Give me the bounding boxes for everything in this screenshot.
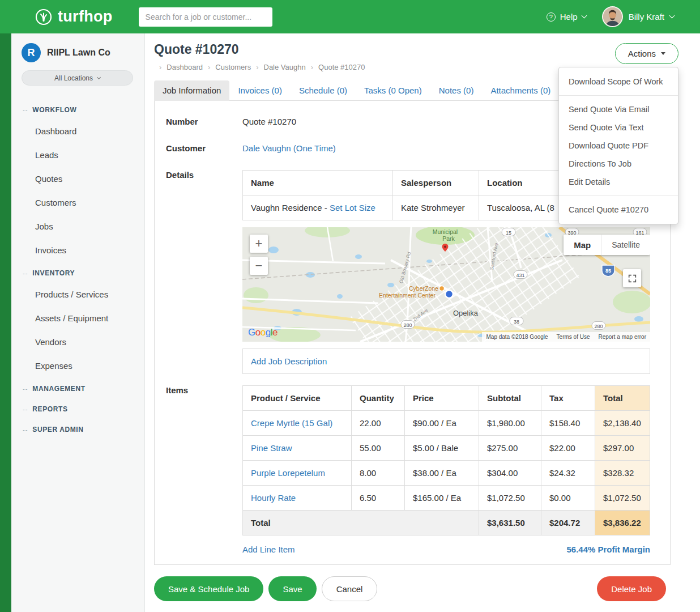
grand-total: $3,836.22 <box>595 511 650 536</box>
company-header[interactable]: R RIIPL Lawn Co <box>11 33 144 62</box>
sidebar-section-super-admin[interactable]: SUPER ADMIN <box>11 419 144 439</box>
items-total-row: Total $3,631.50 $204.72 $3,836.22 <box>243 511 650 536</box>
product-link[interactable]: Hourly Rate <box>251 493 296 503</box>
col-total: Total <box>595 386 650 411</box>
avatar <box>602 6 623 27</box>
zoom-in-button[interactable]: + <box>250 235 268 253</box>
map-label-city: Opelika <box>453 309 479 317</box>
menu-item[interactable]: Download Scope Of Work <box>559 73 678 91</box>
item-row: Hourly Rate 6.50 $165.00 / Ea $1,072.50 … <box>243 486 650 511</box>
product-link[interactable]: Pine Straw <box>251 443 292 453</box>
total-tax: $204.72 <box>541 511 595 536</box>
sidebar-item[interactable]: Leads <box>11 143 144 167</box>
product-link[interactable]: Crepe Myrtle (15 Gal) <box>251 418 332 428</box>
col-subtotal: Subtotal <box>479 386 541 411</box>
section-collapse-icon <box>23 107 28 113</box>
item-subtotal: $1,980.00 <box>479 411 541 436</box>
section-collapse-icon <box>23 406 28 413</box>
tab[interactable]: Notes (0) <box>430 80 483 101</box>
item-quantity: 8.00 <box>352 461 405 486</box>
location-selector[interactable]: All Locations <box>22 70 133 86</box>
col-quantity: Quantity <box>352 386 405 411</box>
items-table: Product / Service Quantity Price Subtota… <box>242 385 650 536</box>
add-line-item-link[interactable]: Add Line Item <box>242 545 295 554</box>
sidebar-section-reports[interactable]: REPORTS <box>11 398 144 419</box>
interstate-shield: 85 <box>602 265 614 277</box>
menu-item[interactable]: Directions To Job <box>559 155 678 173</box>
breadcrumb-link[interactable]: Quote #10270 <box>318 63 365 71</box>
sidebar-item[interactable]: Quotes <box>11 167 144 191</box>
sidebar-section-workflow[interactable]: WORKFLOW <box>11 99 144 120</box>
tab[interactable]: Invoices (0) <box>229 80 291 101</box>
header-right: ? Help Billy Kraft <box>547 6 700 27</box>
sidebar-item[interactable]: Jobs <box>11 215 144 239</box>
item-tax: $24.32 <box>541 461 595 486</box>
company-logo: R <box>22 43 41 62</box>
product-link[interactable]: Purple Lorepetelum <box>251 468 325 478</box>
zoom-out-button[interactable]: − <box>250 257 268 275</box>
company-name: RIIPL Lawn Co <box>47 48 110 58</box>
brand-logo[interactable]: turfhop <box>35 8 113 26</box>
satellite-view-button[interactable]: Satellite <box>601 235 650 255</box>
set-lot-size-link[interactable]: Set Lot Size <box>330 203 375 212</box>
section-collapse-icon <box>23 426 28 433</box>
menu-item[interactable]: Send Quote Via Text <box>559 118 678 137</box>
actions-button[interactable]: Actions <box>615 43 678 64</box>
item-tax: $158.40 <box>541 411 595 436</box>
menu-item[interactable]: Cancel Quote #10270 <box>559 201 678 219</box>
collapsed-nav-rail[interactable] <box>0 33 11 612</box>
user-name: Billy Kraft <box>629 12 664 22</box>
chevron-down-icon <box>581 13 587 19</box>
sidebar-item[interactable]: Assets / Equipment <box>11 307 144 330</box>
actions-button-label: Actions <box>628 49 656 58</box>
location-label: All Locations <box>54 74 93 82</box>
svg-text:85: 85 <box>605 268 611 274</box>
map-view-button[interactable]: Map <box>564 235 601 255</box>
item-subtotal: $304.00 <box>479 461 541 486</box>
help-label: Help <box>560 12 578 22</box>
item-total: $328.32 <box>595 461 650 486</box>
poi-icon <box>439 286 445 291</box>
terms-of-use-link[interactable]: Terms of Use <box>557 334 590 340</box>
profit-margin: 56.44% Profit Margin <box>566 545 650 554</box>
report-map-error-link[interactable]: Report a map error <box>599 334 646 340</box>
tab[interactable]: Attachments (0) <box>482 80 559 101</box>
tab[interactable]: Job Information <box>154 80 229 101</box>
fullscreen-button[interactable] <box>623 269 641 287</box>
delete-job-button[interactable]: Delete Job <box>597 576 666 601</box>
tab[interactable]: Schedule (0) <box>291 80 356 101</box>
road-shield: 15 <box>502 228 515 236</box>
breadcrumb-link[interactable]: Customers <box>215 63 251 71</box>
menu-item[interactable]: Download Quote PDF <box>559 137 678 155</box>
items-rows: Crepe Myrtle (15 Gal) 22.00 $90.00 / Ea … <box>243 411 650 511</box>
customer-link[interactable]: Dale Vaughn <box>242 143 291 153</box>
sidebar-item[interactable]: Expenses <box>11 354 144 378</box>
menu-item[interactable]: Edit Details <box>559 173 678 191</box>
sidebar-item[interactable]: Invoices <box>11 239 144 262</box>
sidebar-item[interactable]: Vendors <box>11 330 144 354</box>
sidebar-item[interactable]: Dashboard <box>11 120 144 143</box>
search-input[interactable] <box>139 7 272 27</box>
map: Municipal Park CyberZone Entertainment C… <box>242 227 650 342</box>
item-quantity: 6.50 <box>352 486 405 511</box>
menu-item[interactable]: Send Quote Via Email <box>559 100 678 118</box>
menu-divider <box>559 196 678 196</box>
cancel-button[interactable]: Cancel <box>322 576 378 601</box>
sidebar-item[interactable]: Products / Services <box>11 283 144 307</box>
sidebar-section-inventory[interactable]: INVENTORY <box>11 262 144 283</box>
sidebar-section-management[interactable]: MANAGEMENT <box>11 378 144 398</box>
breadcrumb-link[interactable]: Dale Vaughn <box>264 63 306 71</box>
top-header: turfhop ? Help Billy Kraft <box>0 0 700 33</box>
save-schedule-job-button[interactable]: Save & Schedule Job <box>154 576 263 601</box>
user-menu[interactable]: Billy Kraft <box>602 6 674 27</box>
help-menu[interactable]: ? Help <box>547 12 586 22</box>
save-button[interactable]: Save <box>268 576 316 601</box>
customer-type-link[interactable]: (One Time) <box>293 143 336 153</box>
section-title: INVENTORY <box>32 269 75 277</box>
item-quantity: 55.00 <box>352 436 405 461</box>
breadcrumb-link[interactable]: Dashboard <box>167 63 203 71</box>
tab[interactable]: Tasks (0 Open) <box>356 80 430 101</box>
add-job-description-link[interactable]: Add Job Description <box>251 356 327 366</box>
google-logo[interactable]: Google <box>248 327 278 338</box>
sidebar-item[interactable]: Customers <box>11 191 144 215</box>
